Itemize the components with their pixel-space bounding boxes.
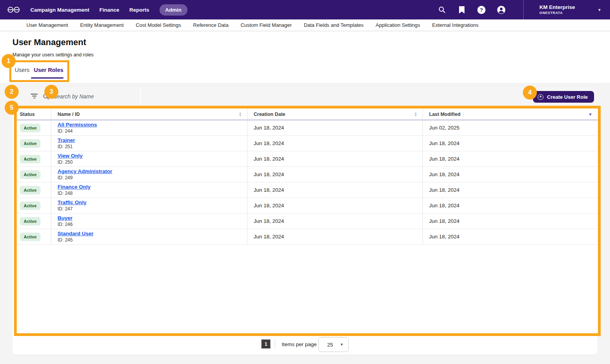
role-id: ID: 245 <box>58 237 247 243</box>
search-icon[interactable] <box>438 5 446 14</box>
page-number-button[interactable]: 1 <box>261 340 270 348</box>
nav-admin-active[interactable]: Admin <box>160 4 188 16</box>
tab-users[interactable]: Users <box>15 67 30 73</box>
user-roles-table: Status Name / ID ▲▼ Creation Date ▲▼ Las… <box>14 106 601 336</box>
status-badge: Active <box>20 186 40 194</box>
plus-circle-icon: + <box>538 94 543 100</box>
last-modified-cell: Jun 18, 2024 <box>422 229 598 244</box>
topbar-divider <box>523 0 524 19</box>
subnav-user-management[interactable]: User Management <box>26 22 68 28</box>
user-management-screen: Campaign Management Finance Reports Admi… <box>0 0 610 364</box>
table-row: Active Finance OnlyID: 248 Jun 18, 2024 … <box>17 182 598 198</box>
last-modified-cell: Jun 18, 2024 <box>422 198 598 213</box>
creation-date-cell: Jun 18, 2024 <box>247 120 422 135</box>
table-row: Active BuyerID: 246 Jun 18, 2024 Jun 18,… <box>17 214 598 229</box>
table-row: Active Traffic OnlyID: 247 Jun 18, 2024 … <box>17 198 598 214</box>
role-name-link[interactable]: Agency Administrator <box>58 168 112 174</box>
user-roles-card: + Create User Role Status Name / ID ▲▼ C… <box>12 87 598 355</box>
status-badge: Active <box>20 201 40 210</box>
status-badge: Active <box>20 124 40 132</box>
active-tab-underline <box>31 77 63 79</box>
col-header-name-id[interactable]: Name / ID ▲▼ <box>51 108 247 120</box>
role-id: ID: 247 <box>58 206 247 212</box>
last-modified-cell: Jun 18, 2024 <box>422 136 598 151</box>
role-name-link[interactable]: Traffic Only <box>58 200 86 205</box>
search-icon <box>43 93 49 100</box>
chevron-down-icon[interactable]: ▼ <box>598 8 601 12</box>
subnav-custom-field-manager[interactable]: Custom Field Manager <box>240 22 292 28</box>
page-subtitle: Manage your users settings and roles <box>12 52 93 58</box>
role-name-link[interactable]: All Permissions <box>58 122 97 128</box>
subnav-cost-model-settings[interactable]: Cost Model Settings <box>136 22 181 28</box>
role-name-link[interactable]: Buyer <box>58 215 72 221</box>
role-id: ID: 244 <box>58 128 247 134</box>
top-app-bar: Campaign Management Finance Reports Admi… <box>0 0 610 19</box>
table-row: Active Agency AdministratorID: 249 Jun 1… <box>17 167 598 182</box>
filter-icon[interactable] <box>30 94 38 99</box>
help-icon[interactable]: ? <box>477 5 486 14</box>
status-badge: Active <box>20 217 40 226</box>
search-input[interactable] <box>53 93 131 100</box>
nav-campaign-management[interactable]: Campaign Management <box>30 7 89 13</box>
table-row: Active Standard UserID: 245 Jun 18, 2024… <box>17 229 598 245</box>
col-header-creation-date[interactable]: Creation Date ▲▼ <box>247 108 422 120</box>
creation-date-cell: Jun 18, 2024 <box>247 136 422 151</box>
pagination-divider <box>275 339 275 349</box>
col-header-status: Status <box>17 108 51 120</box>
page-title: User Management <box>12 37 86 47</box>
last-modified-cell: Jun 18, 2024 <box>422 167 598 182</box>
create-user-role-label: Create User Role <box>547 94 588 100</box>
subnav-reference-data[interactable]: Reference Data <box>193 22 228 28</box>
role-id: ID: 251 <box>58 144 247 149</box>
creation-date-cell: Jun 18, 2024 <box>247 229 422 244</box>
role-name-link[interactable]: Standard User <box>58 231 93 236</box>
subnav-entity-management[interactable]: Entity Management <box>80 22 124 28</box>
subnav-application-settings[interactable]: Application Settings <box>376 22 420 28</box>
role-name-link[interactable]: Finance Only <box>58 184 91 190</box>
col-header-last-modified[interactable]: Last Modified ▼ <box>422 108 598 120</box>
items-per-page-select[interactable]: 25 ▼ <box>318 337 349 352</box>
role-id: ID: 248 <box>58 191 247 196</box>
chevron-down-icon: ▼ <box>340 343 344 346</box>
last-modified-cell: Jun 18, 2024 <box>422 182 598 198</box>
creation-date-cell: Jun 18, 2024 <box>247 167 422 182</box>
create-user-role-button[interactable]: + Create User Role <box>533 91 594 103</box>
sort-desc-icon[interactable]: ▼ <box>588 112 592 117</box>
nav-finance[interactable]: Finance <box>100 7 119 13</box>
last-modified-cell: Jun 02, 2025 <box>422 120 598 135</box>
svg-text:?: ? <box>480 7 483 13</box>
status-badge: Active <box>20 233 40 241</box>
table-row: Active View OnlyID: 250 Jun 18, 2024 Jun… <box>17 151 598 167</box>
search-field <box>43 90 140 103</box>
tenant-org: ONESTRATA <box>540 11 575 15</box>
status-badge: Active <box>20 170 40 179</box>
table-row: Active TrainerID: 251 Jun 18, 2024 Jun 1… <box>17 136 598 151</box>
tab-user-roles[interactable]: User Roles <box>34 67 63 73</box>
table-row: Active All PermissionsID: 244 Jun 18, 20… <box>17 120 598 136</box>
last-modified-cell: Jun 18, 2024 <box>422 214 598 229</box>
role-id: ID: 246 <box>58 222 247 227</box>
role-name-link[interactable]: Trainer <box>58 137 75 143</box>
sort-icon[interactable]: ▲▼ <box>414 112 417 117</box>
creation-date-cell: Jun 18, 2024 <box>247 214 422 229</box>
role-name-link[interactable]: View Only <box>58 153 82 159</box>
role-id: ID: 250 <box>58 159 247 165</box>
admin-subnav: User Management Entity Management Cost M… <box>0 19 610 31</box>
status-badge: Active <box>20 139 40 148</box>
subnav-data-fields-templates[interactable]: Data Fields and Templates <box>304 22 364 28</box>
primary-nav: Campaign Management Finance Reports Admi… <box>30 4 188 16</box>
toolbar-divider <box>140 89 141 104</box>
role-id: ID: 249 <box>58 175 247 180</box>
tenant-name: KM Enterprise <box>540 4 575 11</box>
creation-date-cell: Jun 18, 2024 <box>247 182 422 198</box>
tenant-switcher[interactable]: KM Enterprise ONESTRATA ▼ <box>540 4 607 15</box>
status-badge: Active <box>20 155 40 163</box>
account-icon[interactable] <box>497 5 506 14</box>
brand-logo-icon[interactable] <box>7 6 20 14</box>
bookmark-icon[interactable] <box>457 5 466 14</box>
topbar-actions: ? KM Enterprise ONESTRATA ▼ <box>438 0 610 19</box>
nav-reports[interactable]: Reports <box>130 7 149 13</box>
sort-icon[interactable]: ▲▼ <box>239 112 242 117</box>
subnav-external-integrations[interactable]: External Integrations <box>432 22 479 28</box>
items-per-page-value: 25 <box>327 342 333 348</box>
